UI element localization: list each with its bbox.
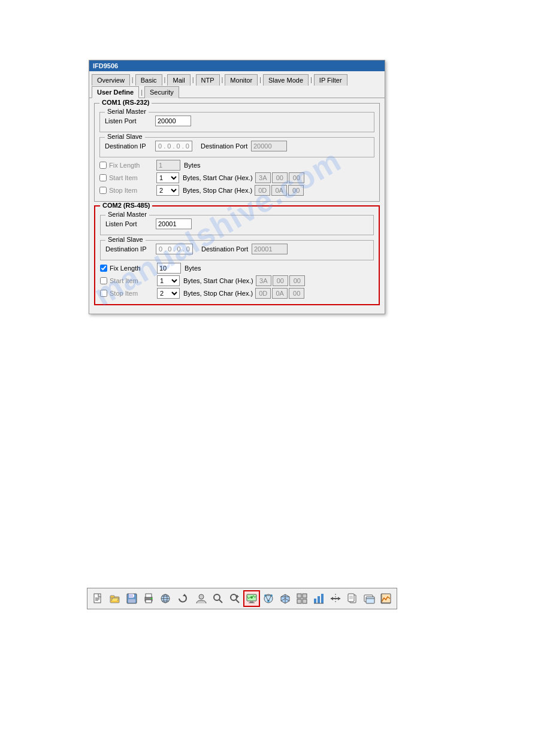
com2-serial-master-legend: Serial Master (105, 211, 149, 218)
tab-basic[interactable]: Basic (135, 74, 162, 86)
com1-stop-hex1[interactable] (255, 185, 270, 196)
toolbar-btn-network[interactable] (260, 590, 277, 607)
tab-user-define[interactable]: User Define (92, 86, 139, 98)
com2-stop-item-bytes: Bytes, Stop Char (Hex.) (183, 290, 253, 297)
com1-stop-item-row: Stop Item 21 Bytes, Stop Char (Hex.) (99, 185, 374, 196)
com2-serial-slave-legend: Serial Slave (105, 236, 146, 243)
svg-rect-54 (318, 596, 320, 603)
svg-rect-52 (303, 599, 307, 603)
com2-listen-port-input[interactable] (156, 218, 192, 229)
monitor-icon (246, 593, 258, 605)
toolbar (87, 588, 397, 609)
network-icon (262, 593, 274, 605)
toolbar-btn-search[interactable] (210, 590, 226, 607)
com2-start-item-checkbox[interactable] (100, 277, 107, 284)
toolbar-btn-bar-chart[interactable] (310, 590, 327, 607)
com1-listen-port-row: Listen Port (105, 116, 369, 126)
copy-icon (346, 593, 358, 605)
tab-sep-5: | (258, 74, 262, 85)
svg-rect-55 (321, 594, 324, 603)
com1-dest-ip-row: Destination IP 0 . 0 . 0 . 0 Destination… (105, 141, 369, 151)
com2-stop-item-row: Stop Item 21 Bytes, Stop Char (Hex.) (100, 288, 374, 299)
tab-security[interactable]: Security (144, 86, 179, 98)
toolbar-btn-refresh[interactable] (174, 590, 191, 607)
com1-start-hex3[interactable] (289, 172, 304, 183)
toolbar-btn-chart[interactable] (377, 590, 394, 607)
com1-dest-port-input[interactable] (251, 141, 287, 151)
toolbar-btn-new[interactable] (90, 590, 107, 607)
com1-stop-item-checkbox[interactable] (99, 187, 107, 194)
toolbar-btn-user[interactable] (193, 590, 210, 607)
tab-mail[interactable]: Mail (167, 74, 190, 86)
toolbar-btn-monitor[interactable] (243, 590, 260, 607)
tab-ntp[interactable]: NTP (196, 74, 220, 86)
com2-stop-hex1[interactable] (255, 288, 271, 299)
toolbar-btn-open[interactable] (107, 590, 123, 607)
com2-dest-port-input[interactable] (252, 244, 288, 254)
svg-rect-8 (128, 599, 135, 603)
svg-rect-5 (110, 596, 114, 598)
svg-rect-12 (146, 600, 152, 603)
com2-start-hex3[interactable] (289, 275, 305, 286)
com1-start-hex1[interactable] (255, 172, 271, 183)
com1-start-item-checkbox[interactable] (99, 174, 107, 181)
com2-fix-length-checkbox[interactable] (100, 265, 107, 272)
com1-fix-length-checkbox[interactable] (99, 162, 107, 169)
toolbar-btn-copy[interactable] (344, 590, 361, 607)
toolbar-btn-cube[interactable] (277, 590, 294, 607)
com1-fix-length-row: Fix Length Bytes (99, 160, 374, 171)
com1-section: COM1 (RS-232) Serial Master Listen Port … (94, 103, 380, 202)
svg-rect-11 (146, 594, 152, 597)
svg-marker-59 (338, 597, 340, 600)
grid-icon (296, 593, 308, 605)
toolbar-btn-grid[interactable] (294, 590, 310, 607)
chart-icon (380, 593, 392, 605)
tab-monitor[interactable]: Monitor (225, 74, 258, 86)
svg-rect-50 (303, 594, 307, 598)
com2-stop-item-checkbox[interactable] (100, 290, 107, 297)
com2-start-hex2[interactable] (273, 275, 288, 286)
com2-dest-ip-label: Destination IP (105, 245, 153, 253)
com2-fix-length-input[interactable] (157, 263, 181, 274)
com1-stop-item-select[interactable]: 21 (156, 185, 179, 196)
com2-dest-ip-field: 0 . 0 . 0 . 0 (156, 244, 193, 254)
com2-stop-hex2[interactable] (272, 288, 288, 299)
com1-dest-port-label: Destination Port (201, 142, 249, 150)
svg-point-21 (214, 594, 220, 600)
lr-arrow-icon (330, 593, 341, 605)
svg-rect-51 (297, 599, 301, 603)
com1-fix-length-input[interactable] (156, 160, 180, 171)
tab-slave-mode[interactable]: Slave Mode (263, 74, 309, 86)
toolbar-btn-web[interactable] (157, 590, 174, 607)
com1-stop-hex3[interactable] (288, 185, 304, 196)
com2-stop-item-select[interactable]: 21 (157, 288, 180, 299)
svg-rect-7 (129, 594, 134, 598)
tab-ip-filter[interactable]: IP Filter (314, 74, 347, 86)
com2-start-item-select[interactable]: 12 (157, 275, 180, 286)
com1-start-item-select[interactable]: 12 (156, 172, 179, 183)
com1-serial-master: Serial Master Listen Port (99, 112, 374, 132)
com1-listen-port-input[interactable] (155, 116, 191, 126)
toolbar-btn-print[interactable] (140, 590, 157, 607)
toolbar-btn-lr-arrow[interactable] (327, 590, 344, 607)
toolbar-btn-window[interactable] (361, 590, 377, 607)
search-plus-icon (229, 593, 241, 605)
toolbar-btn-search2[interactable] (226, 590, 243, 607)
com2-fix-length-label: Fix Length (110, 265, 155, 272)
com2-start-hex1[interactable] (256, 275, 271, 286)
toolbar-btn-save[interactable] (123, 590, 140, 607)
tab-sep-4: | (220, 74, 225, 85)
svg-marker-19 (183, 594, 186, 596)
dialog-title: IFD9506 (93, 62, 118, 69)
com2-listen-port-label: Listen Port (105, 220, 153, 227)
com2-stop-hex3[interactable] (289, 288, 304, 299)
tab-sep-1: | (131, 74, 135, 85)
com1-stop-hex2[interactable] (271, 185, 287, 196)
com1-dest-ip-field: 0 . 0 . 0 . 0 (155, 141, 192, 151)
com1-dest-ip-label: Destination IP (105, 142, 153, 150)
svg-point-23 (231, 594, 237, 600)
tabs-bar: Overview | Basic | Mail | NTP | Monitor … (89, 71, 385, 98)
com1-start-hex2[interactable] (272, 172, 288, 183)
tab-overview[interactable]: Overview (92, 74, 130, 86)
com2-stop-item-label: Stop Item (110, 290, 155, 297)
